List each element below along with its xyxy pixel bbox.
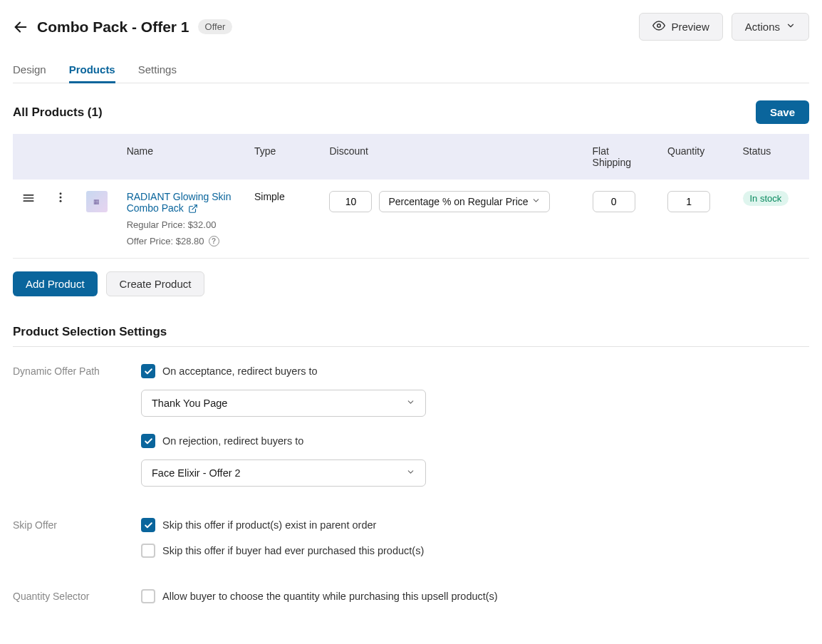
actions-button[interactable]: Actions [732,13,809,41]
col-type: Type [246,134,321,180]
on-rejection-dropdown[interactable]: Face Elixir - Offer 2 [141,459,426,487]
setting-quantity-selector: Quantity Selector Allow buyer to choose … [13,589,809,603]
add-product-button[interactable]: Add Product [13,271,98,296]
products-section-header: All Products (1) Save [13,100,809,124]
settings-section-title: Product Selection Settings [13,325,809,347]
svg-line-8 [192,205,197,209]
tab-products[interactable]: Products [69,58,115,83]
product-name-link[interactable]: RADIANT Glowing Skin Combo Pack [127,191,231,214]
action-row: Add Product Create Product [13,271,809,296]
page-title: Combo Pack - Offer 1 [37,19,189,36]
skip-purchased-row: Skip this offer if buyer had ever purcha… [141,544,809,558]
drag-handle-icon[interactable] [21,191,36,205]
on-acceptance-checkbox[interactable] [141,364,155,378]
quantity-input[interactable] [667,191,710,212]
allow-quantity-checkbox[interactable] [141,589,155,603]
status-badge: In stock [743,191,789,206]
tab-design[interactable]: Design [13,58,46,83]
skip-offer-label: Skip Offer [13,518,141,558]
all-products-title: All Products (1) [13,105,103,120]
col-quantity: Quantity [659,134,734,180]
on-acceptance-dropdown[interactable]: Thank You Page [141,390,426,417]
skip-purchased-checkbox[interactable] [141,544,155,558]
allow-quantity-label: Allow buyer to choose the quantity while… [162,591,498,602]
chevron-down-icon [531,196,541,207]
chevron-down-icon [406,467,415,479]
kebab-menu-icon[interactable] [54,191,67,204]
back-arrow-icon[interactable] [13,19,28,35]
svg-point-1 [657,24,661,28]
external-link-icon [188,204,198,214]
setting-dynamic-offer-path: Dynamic Offer Path On acceptance, redire… [13,364,809,487]
skip-parent-order-label: Skip this offer if product(s) exist in p… [162,519,376,531]
svg-point-7 [60,200,62,202]
flat-shipping-input[interactable] [593,191,635,212]
svg-point-6 [60,197,62,199]
chevron-down-icon [406,398,415,409]
on-rejection-label: On rejection, redirect buyers to [162,435,303,447]
svg-point-5 [60,192,62,194]
create-product-button[interactable]: Create Product [106,271,205,296]
page-header: Combo Pack - Offer 1 Offer Preview Actio… [13,13,809,41]
product-type: Simple [246,180,321,259]
offer-badge: Offer [198,19,233,34]
save-button[interactable]: Save [756,100,809,124]
on-rejection-checkbox[interactable] [141,434,155,448]
quantity-selector-label: Quantity Selector [13,589,141,603]
preview-button[interactable]: Preview [639,13,722,41]
skip-parent-order-row: Skip this offer if product(s) exist in p… [141,518,809,532]
discount-type-select[interactable]: Percentage % on Regular Price [379,191,550,212]
col-name: Name [118,134,246,180]
header-right: Preview Actions [639,13,809,41]
discount-value-input[interactable] [329,191,372,212]
col-discount: Discount [321,134,583,180]
discount-type-value: Percentage % on Regular Price [388,196,528,207]
on-rejection-row: On rejection, redirect buyers to [141,434,809,448]
eye-icon [652,19,665,34]
discount-group: Percentage % on Regular Price [329,191,575,212]
skip-purchased-label: Skip this offer if buyer had ever purcha… [162,545,424,556]
offer-price: Offer Price: $28.80 [127,236,204,246]
help-icon[interactable]: ? [209,236,219,246]
on-rejection-value: Face Elixir - Offer 2 [152,467,241,479]
col-flat-shipping: Flat Shipping [584,134,659,180]
allow-quantity-row: Allow buyer to choose the quantity while… [141,589,809,603]
tab-settings[interactable]: Settings [138,58,177,83]
on-acceptance-value: Thank You Page [152,398,227,409]
skip-parent-order-checkbox[interactable] [141,518,155,532]
products-table: Name Type Discount Flat Shipping Quantit… [13,134,809,259]
preview-label: Preview [671,21,709,33]
col-status: Status [734,134,810,180]
regular-price: Regular Price: $32.00 [127,219,237,230]
header-left: Combo Pack - Offer 1 Offer [13,19,232,36]
setting-skip-offer: Skip Offer Skip this offer if product(s)… [13,518,809,558]
actions-label: Actions [745,21,780,33]
on-acceptance-label: On acceptance, redirect buyers to [162,365,318,377]
offer-price-row: Offer Price: $28.80 ? [127,236,237,246]
chevron-down-icon [786,21,796,33]
dynamic-offer-path-label: Dynamic Offer Path [13,364,141,487]
on-acceptance-row: On acceptance, redirect buyers to [141,364,809,378]
table-row: ▦ RADIANT Glowing Skin Combo Pack Regula… [13,180,809,259]
product-thumbnail: ▦ [86,191,108,212]
tabs: Design Products Settings [13,58,809,83]
product-name-text: RADIANT Glowing Skin Combo Pack [127,191,231,214]
